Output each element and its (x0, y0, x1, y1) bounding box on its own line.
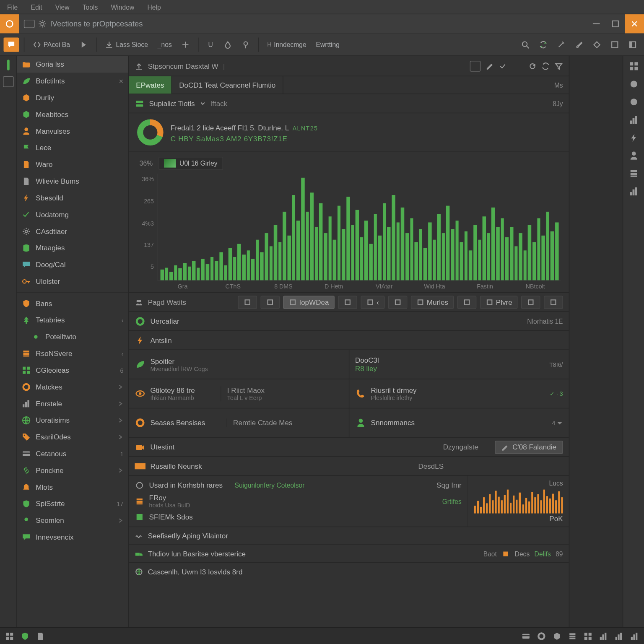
abar-btn-8[interactable]: Plvre (480, 296, 517, 309)
menu-tools[interactable]: Tools (79, 2, 101, 12)
menu-window[interactable]: Window (107, 2, 138, 12)
sidebar-item-20[interactable]: Matckes (17, 379, 128, 395)
toolbar-plus-button[interactable] (178, 37, 193, 52)
sidebar-item-27[interactable]: SpiSstrte 17 (17, 496, 128, 512)
sidebar-item-5[interactable]: Lece (17, 140, 128, 156)
sidebar-item-6[interactable]: Waro (17, 156, 128, 173)
menu-edit[interactable]: Edit (27, 2, 46, 12)
sidebar-item-10[interactable]: CAsdtiaer (17, 223, 128, 240)
abar-btn-1[interactable] (260, 296, 280, 309)
cell-riusril[interactable]: Riusril t drmeyPleslollrc irlethy ✓ · 3 (349, 379, 569, 408)
status-cpu-icon[interactable] (5, 631, 14, 641)
menu-file[interactable]: File (4, 2, 21, 12)
panel-icon[interactable] (625, 37, 640, 52)
cell-gtilotey[interactable]: Gtilotey 86 treIhkian Narmamb I Riict Ma… (129, 379, 349, 408)
cell-spoitler[interactable]: SpoitlerMvenadlorl lRW Cogs (129, 350, 348, 379)
window-maximize[interactable] (606, 14, 625, 33)
toolbar-code-button[interactable]: PAcei Ba (29, 37, 74, 52)
sidebar-item-28[interactable]: Seomlen (17, 512, 128, 529)
foot-row-2[interactable]: Thdiov lun Basritse vbersterice Baot Dec… (129, 545, 569, 563)
sync-icon[interactable] (535, 37, 551, 52)
abar-btn-5[interactable] (388, 296, 407, 309)
wand-icon[interactable] (553, 37, 569, 52)
menu-help[interactable]: Help (144, 2, 164, 12)
cell-snnommancs[interactable]: Snnommancs 4 ⏷ (349, 408, 569, 437)
window-minimize[interactable] (587, 14, 606, 33)
abar-btn-4[interactable]: ‹ (361, 296, 384, 309)
app-logo[interactable] (0, 14, 19, 33)
rail-chart-dot-icon[interactable] (628, 114, 639, 125)
rail-layers-icon[interactable] (628, 168, 639, 179)
sidebar-item-24[interactable]: Cetanous 1 (17, 445, 128, 462)
sidebar-item-0[interactable]: Goria lss (17, 56, 128, 73)
toolbar-bubble-button[interactable] (4, 37, 19, 52)
sidebar-item-23[interactable]: EsarilOdes (17, 429, 128, 446)
window-close[interactable] (625, 14, 644, 33)
sidebar-item-22[interactable]: Uoratisims (17, 412, 128, 429)
sidebar-item-16[interactable]: Tetabries ‹ (17, 312, 128, 329)
status-grid-icon[interactable] (583, 631, 593, 641)
sidebar-item-3[interactable]: Meabitocs (17, 106, 128, 123)
toolbar-pin-button[interactable] (238, 37, 254, 52)
toolbar-play-button[interactable] (76, 37, 91, 52)
head-sync-icon[interactable] (541, 62, 550, 70)
sidebar-item-26[interactable]: Mlots (17, 479, 128, 496)
toolbar-download-button[interactable]: Lass Sioce (101, 37, 151, 52)
sidebar-item-15[interactable]: Bans (17, 295, 128, 312)
status-col-icon[interactable] (614, 631, 624, 641)
status-layers-icon[interactable] (568, 631, 577, 641)
abar-btn-9[interactable] (521, 296, 540, 309)
sidebar-item-2[interactable]: Durliy (17, 89, 128, 106)
gutter-item[interactable] (3, 76, 13, 87)
sidebar-item-12[interactable]: Doog/Cal (17, 257, 128, 273)
foot-row-3[interactable]: Cascenlh, Uwm I3 Iosvlds 8rd (129, 563, 569, 581)
status-shield-icon[interactable] (20, 631, 30, 641)
tab-secondary[interactable]: DoCD1 Teat Ceancnel Flumtio (172, 76, 283, 93)
search-icon[interactable] (517, 37, 533, 52)
head-refresh-icon[interactable] (528, 62, 537, 70)
head-pen-icon[interactable] (486, 62, 494, 70)
head-check-icon[interactable] (499, 62, 507, 70)
status-term-icon[interactable] (36, 631, 45, 641)
brush-icon[interactable] (571, 37, 587, 52)
rail-bug-icon[interactable] (628, 132, 639, 143)
toolbar-index-button[interactable]: HInndecmge (264, 37, 310, 52)
status-box-icon[interactable] (521, 631, 531, 641)
rail-export-icon[interactable] (628, 96, 639, 107)
sidebar-item-11[interactable]: Mtaagies (17, 240, 128, 257)
toolbar-line-button[interactable]: _nos (154, 37, 175, 52)
falandie-button[interactable]: C'08 Falandie (495, 440, 563, 453)
sidebar-item-21[interactable]: Enrstele (17, 395, 128, 412)
abar-btn-2[interactable]: IopWDea (283, 296, 334, 309)
sidebar-item-8[interactable]: Sbesolld (17, 190, 128, 206)
row-uercafiar[interactable]: Uercafiar Nlorhatis 1E (129, 312, 569, 331)
abar-btn-6[interactable]: Murles (410, 296, 453, 309)
tab-active[interactable]: EPwates (129, 76, 172, 93)
rail-ruler-icon[interactable] (628, 186, 639, 197)
sidebar-item-9[interactable]: Uodatomg (17, 206, 128, 223)
sidebar-item-17[interactable]: Poteiltwto (17, 329, 128, 345)
status-sliders-icon[interactable] (599, 631, 608, 641)
head-filter-icon[interactable] (555, 62, 563, 70)
cell-dooc3l[interactable]: DooC3lR8 liey T8I6/ (348, 350, 569, 379)
mini-item-froy[interactable]: FRoyhoids Usa BulD Grtifes (135, 494, 461, 509)
abar-btn-3[interactable] (338, 296, 357, 309)
sidebar-item-1[interactable]: Bofctilnts ✕ (17, 73, 128, 90)
sidebar-item-18[interactable]: RsoNSvere ‹ (17, 345, 128, 362)
rail-grid-icon[interactable] (628, 61, 639, 72)
status-ring-icon[interactable] (537, 631, 546, 641)
box-icon[interactable] (607, 37, 623, 52)
menu-view[interactable]: View (52, 2, 73, 12)
abar-btn-0[interactable] (238, 296, 257, 309)
status-cube-icon[interactable] (552, 631, 562, 641)
row-antslin[interactable]: Antslin (129, 331, 569, 350)
head-box-button[interactable] (470, 60, 481, 71)
foot-row-1[interactable]: Seefisetlly Aping Vilaintor (129, 527, 569, 545)
toolbar-drop-button[interactable] (220, 37, 236, 52)
toolbar-u-button[interactable]: U (203, 37, 218, 52)
toolbar-editing-button[interactable]: Ewrtting (312, 37, 343, 52)
row-rusaillo[interactable]: Rusaillo Neunsk DesdLS (129, 457, 569, 476)
abar-btn-7[interactable] (457, 296, 476, 309)
sidebar-item-13[interactable]: Ulolster (17, 273, 128, 290)
abar-btn-10[interactable] (544, 296, 563, 309)
